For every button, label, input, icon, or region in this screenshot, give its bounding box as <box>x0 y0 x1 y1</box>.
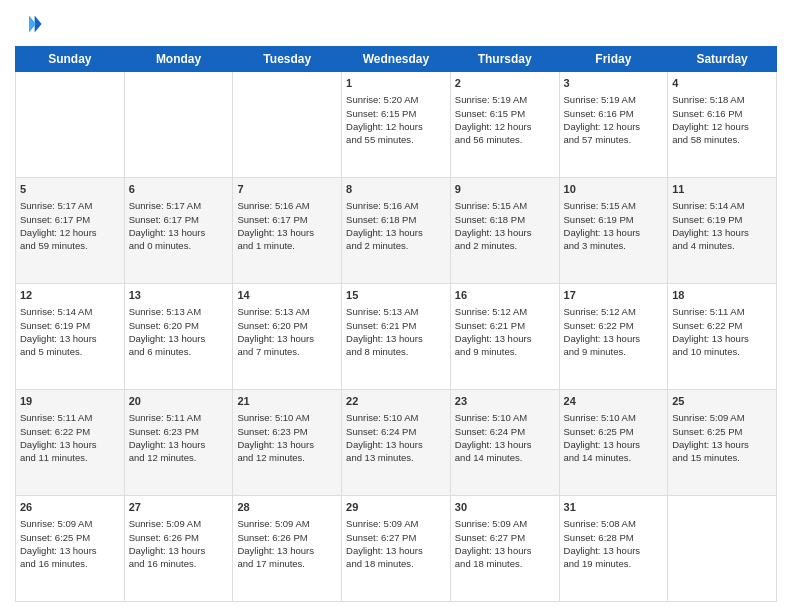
day-info: Daylight: 13 hours <box>237 438 337 451</box>
day-info: Daylight: 13 hours <box>672 226 772 239</box>
day-info: Sunrise: 5:12 AM <box>455 305 555 318</box>
day-info: and 0 minutes. <box>129 239 229 252</box>
calendar-cell: 12Sunrise: 5:14 AMSunset: 6:19 PMDayligh… <box>16 284 125 390</box>
day-info: Sunrise: 5:19 AM <box>564 93 664 106</box>
day-number: 12 <box>20 288 120 303</box>
day-info: and 6 minutes. <box>129 345 229 358</box>
day-info: Sunrise: 5:09 AM <box>455 517 555 530</box>
day-info: Sunset: 6:21 PM <box>346 319 446 332</box>
day-info: Sunset: 6:24 PM <box>455 425 555 438</box>
calendar-cell: 8Sunrise: 5:16 AMSunset: 6:18 PMDaylight… <box>342 178 451 284</box>
day-info: Sunrise: 5:10 AM <box>564 411 664 424</box>
calendar-cell: 16Sunrise: 5:12 AMSunset: 6:21 PMDayligh… <box>450 284 559 390</box>
day-info: and 17 minutes. <box>237 557 337 570</box>
calendar-cell: 3Sunrise: 5:19 AMSunset: 6:16 PMDaylight… <box>559 72 668 178</box>
day-info: Daylight: 12 hours <box>672 120 772 133</box>
day-number: 29 <box>346 500 446 515</box>
day-info: Sunset: 6:19 PM <box>672 213 772 226</box>
day-info: Sunrise: 5:14 AM <box>20 305 120 318</box>
day-info: Sunrise: 5:13 AM <box>346 305 446 318</box>
day-info: Sunset: 6:22 PM <box>20 425 120 438</box>
day-info: Sunrise: 5:17 AM <box>129 199 229 212</box>
day-info: Sunrise: 5:14 AM <box>672 199 772 212</box>
day-info: Sunrise: 5:13 AM <box>129 305 229 318</box>
day-info: and 15 minutes. <box>672 451 772 464</box>
day-info: Sunset: 6:21 PM <box>455 319 555 332</box>
day-info: Sunset: 6:17 PM <box>20 213 120 226</box>
day-info: and 1 minute. <box>237 239 337 252</box>
day-info: Sunset: 6:15 PM <box>455 107 555 120</box>
calendar-cell: 1Sunrise: 5:20 AMSunset: 6:15 PMDaylight… <box>342 72 451 178</box>
calendar-table: SundayMondayTuesdayWednesdayThursdayFrid… <box>15 46 777 602</box>
day-info: Daylight: 13 hours <box>455 438 555 451</box>
calendar-cell: 27Sunrise: 5:09 AMSunset: 6:26 PMDayligh… <box>124 496 233 602</box>
day-info: Daylight: 13 hours <box>455 226 555 239</box>
calendar-cell: 10Sunrise: 5:15 AMSunset: 6:19 PMDayligh… <box>559 178 668 284</box>
calendar-cell <box>668 496 777 602</box>
day-info: Sunrise: 5:10 AM <box>346 411 446 424</box>
day-number: 8 <box>346 182 446 197</box>
day-number: 9 <box>455 182 555 197</box>
day-info: and 11 minutes. <box>20 451 120 464</box>
day-info: Daylight: 13 hours <box>346 438 446 451</box>
day-number: 28 <box>237 500 337 515</box>
week-row-1: 1Sunrise: 5:20 AMSunset: 6:15 PMDaylight… <box>16 72 777 178</box>
week-row-3: 12Sunrise: 5:14 AMSunset: 6:19 PMDayligh… <box>16 284 777 390</box>
week-row-2: 5Sunrise: 5:17 AMSunset: 6:17 PMDaylight… <box>16 178 777 284</box>
day-number: 15 <box>346 288 446 303</box>
day-info: Sunrise: 5:11 AM <box>129 411 229 424</box>
logo-icon <box>15 10 43 38</box>
day-info: Sunset: 6:23 PM <box>129 425 229 438</box>
day-info: Sunrise: 5:16 AM <box>346 199 446 212</box>
day-number: 6 <box>129 182 229 197</box>
day-info: Sunset: 6:16 PM <box>672 107 772 120</box>
calendar-cell: 24Sunrise: 5:10 AMSunset: 6:25 PMDayligh… <box>559 390 668 496</box>
day-info: Sunset: 6:24 PM <box>346 425 446 438</box>
day-info: Sunset: 6:17 PM <box>237 213 337 226</box>
day-info: Sunset: 6:15 PM <box>346 107 446 120</box>
calendar-cell: 23Sunrise: 5:10 AMSunset: 6:24 PMDayligh… <box>450 390 559 496</box>
day-info: Daylight: 13 hours <box>564 332 664 345</box>
day-info: Sunset: 6:18 PM <box>346 213 446 226</box>
day-number: 13 <box>129 288 229 303</box>
day-info: Sunrise: 5:09 AM <box>346 517 446 530</box>
day-info: and 12 minutes. <box>237 451 337 464</box>
day-info: and 9 minutes. <box>455 345 555 358</box>
calendar-cell: 30Sunrise: 5:09 AMSunset: 6:27 PMDayligh… <box>450 496 559 602</box>
day-info: and 3 minutes. <box>564 239 664 252</box>
day-number: 21 <box>237 394 337 409</box>
logo <box>15 10 47 38</box>
calendar-cell: 18Sunrise: 5:11 AMSunset: 6:22 PMDayligh… <box>668 284 777 390</box>
day-number: 3 <box>564 76 664 91</box>
day-info: Sunrise: 5:15 AM <box>455 199 555 212</box>
day-number: 17 <box>564 288 664 303</box>
day-number: 4 <box>672 76 772 91</box>
day-info: and 56 minutes. <box>455 133 555 146</box>
day-info: and 14 minutes. <box>455 451 555 464</box>
day-number: 11 <box>672 182 772 197</box>
day-info: Sunset: 6:22 PM <box>564 319 664 332</box>
weekday-header-friday: Friday <box>559 47 668 72</box>
day-info: Sunset: 6:18 PM <box>455 213 555 226</box>
day-info: Sunrise: 5:11 AM <box>672 305 772 318</box>
day-info: Sunrise: 5:20 AM <box>346 93 446 106</box>
calendar-cell: 9Sunrise: 5:15 AMSunset: 6:18 PMDaylight… <box>450 178 559 284</box>
calendar-cell: 2Sunrise: 5:19 AMSunset: 6:15 PMDaylight… <box>450 72 559 178</box>
day-number: 25 <box>672 394 772 409</box>
calendar-cell: 29Sunrise: 5:09 AMSunset: 6:27 PMDayligh… <box>342 496 451 602</box>
day-info: and 12 minutes. <box>129 451 229 464</box>
day-info: Sunset: 6:26 PM <box>129 531 229 544</box>
weekday-header-tuesday: Tuesday <box>233 47 342 72</box>
day-info: Sunrise: 5:08 AM <box>564 517 664 530</box>
day-number: 16 <box>455 288 555 303</box>
day-info: Daylight: 12 hours <box>455 120 555 133</box>
day-number: 7 <box>237 182 337 197</box>
day-number: 24 <box>564 394 664 409</box>
calendar-cell: 20Sunrise: 5:11 AMSunset: 6:23 PMDayligh… <box>124 390 233 496</box>
day-info: Daylight: 13 hours <box>20 438 120 451</box>
day-number: 23 <box>455 394 555 409</box>
day-info: Sunset: 6:25 PM <box>672 425 772 438</box>
calendar-cell: 25Sunrise: 5:09 AMSunset: 6:25 PMDayligh… <box>668 390 777 496</box>
day-info: Daylight: 12 hours <box>20 226 120 239</box>
day-info: and 14 minutes. <box>564 451 664 464</box>
